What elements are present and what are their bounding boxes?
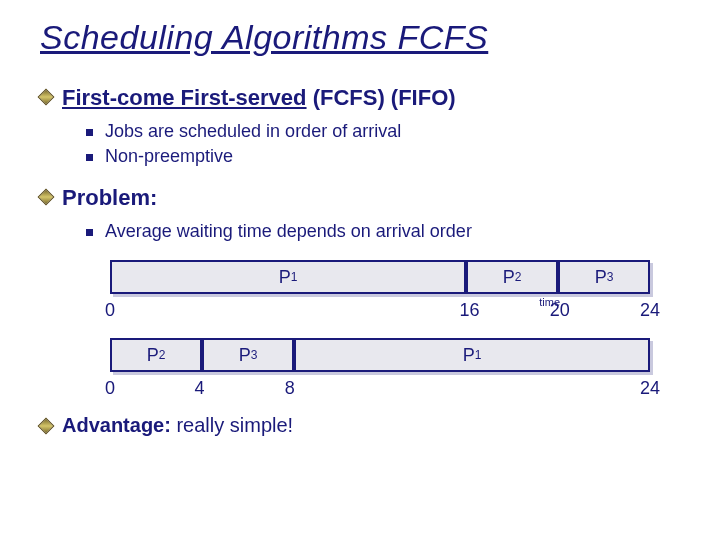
sublist-problem: Average waiting time depends on arrival … (86, 221, 680, 242)
gantt1-p3: P3 (558, 260, 650, 294)
gantt2-p3-sub: 3 (251, 348, 258, 362)
square-icon (86, 229, 93, 236)
gantt1-p3-sub: 3 (607, 270, 614, 284)
gantt1-tick-0: 0 (105, 300, 115, 321)
gantt1-p1-label: P (279, 267, 291, 288)
bullet-advantage-text: Advantage: really simple! (62, 414, 293, 437)
sublist-fcfs: Jobs are scheduled in order of arrival N… (86, 121, 680, 167)
bullet-advantage-bold: Advantage: (62, 414, 171, 436)
bullet-fcfs-rest: (FCFS) (FIFO) (307, 85, 456, 110)
gantt-chart-1: P1 P2 P3 time 0 16 20 24 (110, 260, 650, 322)
sub-jobs-order: Jobs are scheduled in order of arrival (86, 121, 680, 142)
diamond-icon (38, 189, 55, 206)
gantt1-p2: P2 (466, 260, 558, 294)
sub-nonpreemptive-text: Non-preemptive (105, 146, 233, 167)
gantt1-p3-label: P (595, 267, 607, 288)
gantt2-p3-label: P (239, 345, 251, 366)
gantt2-tick-4: 4 (195, 378, 205, 399)
gantt2-p1: P1 (294, 338, 650, 372)
square-icon (86, 129, 93, 136)
gantt2-p3: P3 (202, 338, 294, 372)
diamond-icon (38, 89, 55, 106)
gantt2-tick-8: 8 (285, 378, 295, 399)
gantt1-tick-20: 20 (550, 300, 570, 321)
gantt2-p1-sub: 1 (475, 348, 482, 362)
gantt2-p2-label: P (147, 345, 159, 366)
sub-nonpreemptive: Non-preemptive (86, 146, 680, 167)
gantt1-tick-24: 24 (640, 300, 660, 321)
square-icon (86, 154, 93, 161)
diamond-icon (38, 418, 55, 435)
bullet-fcfs-underlined: First-come First-served (62, 85, 307, 110)
gantt2-p1-label: P (463, 345, 475, 366)
bullet-problem-text: Problem: (62, 185, 157, 211)
gantt2-tick-0: 0 (105, 378, 115, 399)
gantt1-p2-sub: 2 (515, 270, 522, 284)
gantt1-p1-sub: 1 (291, 270, 298, 284)
gantt1-tick-16: 16 (460, 300, 480, 321)
sub-avg-wait-text: Average waiting time depends on arrival … (105, 221, 472, 242)
bullet-advantage-rest: really simple! (171, 414, 293, 436)
bullet-advantage: Advantage: really simple! (40, 414, 680, 437)
sub-avg-wait: Average waiting time depends on arrival … (86, 221, 680, 242)
gantt-chart-2: P2 P3 P1 0 4 8 24 (110, 338, 650, 400)
gantt1-p1: P1 (110, 260, 466, 294)
slide-title: Scheduling Algorithms FCFS (40, 18, 680, 57)
sub-jobs-order-text: Jobs are scheduled in order of arrival (105, 121, 401, 142)
gantt2-p2-sub: 2 (159, 348, 166, 362)
gantt1-p2-label: P (503, 267, 515, 288)
gantt2-p2: P2 (110, 338, 202, 372)
bullet-fcfs-text: First-come First-served (FCFS) (FIFO) (62, 85, 456, 111)
bullet-fcfs: First-come First-served (FCFS) (FIFO) (40, 85, 680, 111)
bullet-problem: Problem: (40, 185, 680, 211)
gantt2-tick-24: 24 (640, 378, 660, 399)
